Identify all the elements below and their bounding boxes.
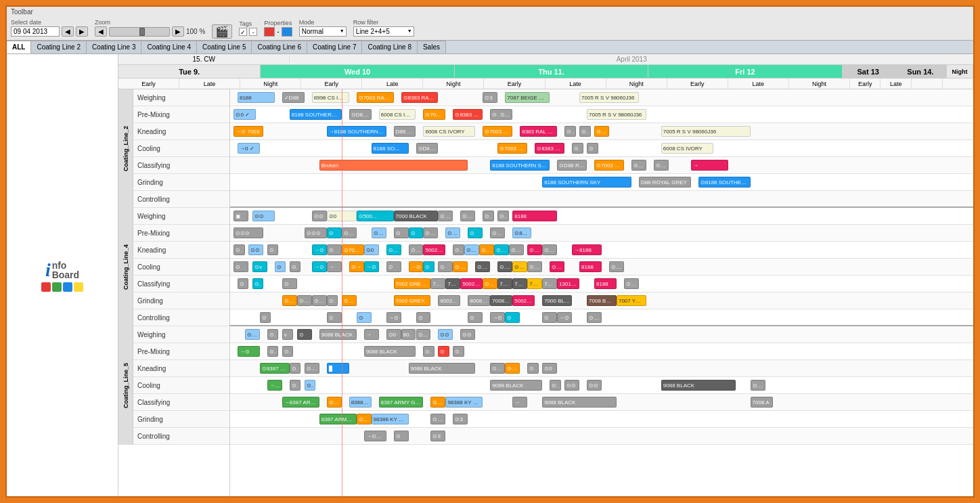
- bar-co5-sm2[interactable]: ⊙⊙: [587, 380, 602, 391]
- tab-coating-line-6[interactable]: Coating Line 6: [252, 41, 307, 53]
- bar-kn4-1[interactable]: ⊙: [327, 244, 342, 255]
- bar-8998-cs-w[interactable]: 8998 CS IVORY: [312, 92, 349, 103]
- bar-w4-500[interactable]: ⊙500...: [357, 211, 394, 221]
- bar-co4-oa2[interactable]: →⊙: [409, 261, 424, 272]
- bar-cl-d88royal[interactable]: ⊙D88 ROYAL GREY: [557, 160, 587, 171]
- bar-cls5-8387army[interactable]: →8387 ARMY...: [282, 397, 319, 408]
- zoom-out-btn[interactable]: ◀: [95, 26, 107, 37]
- bar-cls4-8303r[interactable]: ⊙8303: [624, 278, 639, 289]
- tab-coating-line-8[interactable]: Coating Line 8: [362, 41, 418, 53]
- bar-co4-arr[interactable]: →: [327, 261, 342, 272]
- bar-gr5-98388ky[interactable]: 98388 KY BLUE: [372, 414, 409, 424]
- bar-kn5-9008[interactable]: ⊙9008...: [490, 363, 505, 374]
- bar-co5-33[interactable]: →⊙3...: [267, 380, 282, 391]
- bar-ct4-sm4[interactable]: ⊙: [416, 312, 431, 323]
- mode-dropdown[interactable]: Normal: [299, 26, 347, 37]
- bar-co4-sm2[interactable]: ⊙: [275, 261, 286, 272]
- bar-7087-w[interactable]: 7087 BEIGE BASE: [505, 92, 550, 103]
- bar-gr4-7008brown[interactable]: 7008 BROWN: [587, 295, 617, 306]
- bar-cls5-700[interactable]: ⊙700...: [430, 397, 445, 408]
- date-nav-next[interactable]: ▶: [76, 26, 88, 37]
- bar-cls5-8388k[interactable]: 8388 K...: [349, 397, 372, 408]
- bar-gr4-338[interactable]: ⊙338...: [342, 295, 357, 306]
- bar-pm4-00[interactable]: ⊙0...: [372, 227, 386, 238]
- bar-7003-ral-w[interactable]: ⊙7003 RAL...: [357, 92, 394, 103]
- bar-co-8188so[interactable]: 8188 SO...: [372, 143, 409, 154]
- bar-kn4-5002[interactable]: 5002 31...: [423, 244, 445, 255]
- bar-cls4-7008b[interactable]: 7008...: [445, 278, 460, 289]
- bar-gr5-8387armygreen[interactable]: 8387 ARMY GREEN: [319, 414, 357, 424]
- bar-kn4-00b[interactable]: ⊙00...: [409, 244, 424, 255]
- bar-kn5-sm[interactable]: ⊙: [527, 363, 538, 374]
- bar-pm-7003r[interactable]: ⊙7003 R...: [423, 109, 445, 120]
- bar-co4-10[interactable]: ⊙10: [290, 261, 300, 272]
- bar-cls5-arr[interactable]: →: [512, 397, 527, 408]
- row-filter-dropdown[interactable]: Line 2+4+5: [353, 26, 414, 37]
- bar-co4-sm4[interactable]: ⊙: [438, 261, 453, 272]
- bar-w4-3b[interactable]: ⊙3...: [497, 211, 508, 221]
- bar-kn-2[interactable]: ⊙2...: [564, 126, 575, 137]
- bar-kn-d88royal[interactable]: D88 ROYAL...: [394, 126, 416, 137]
- bar-w4-70[interactable]: ⊙⊙: [312, 211, 327, 221]
- bar-co4-7007y[interactable]: ⊙7007 Y...: [512, 261, 527, 272]
- bar-cl-7003kaolin[interactable]: ⊙7003 KAOLIN: [594, 160, 624, 171]
- bar-cls4-7000bla2[interactable]: 7000 BLA...: [497, 278, 512, 289]
- bar-w4-icon[interactable]: ▣: [233, 211, 248, 221]
- bar-co-d88[interactable]: ⊙D88...: [416, 143, 439, 154]
- bar-kn-7003[interactable]: →⊙ 7003: [233, 126, 263, 137]
- tab-coating-line-2[interactable]: Coating Line 2: [31, 41, 87, 53]
- bar-pm-8383ral[interactable]: ⊙8383 RAL...: [453, 109, 483, 120]
- bar-co5-0b[interactable]: ⊙0: [550, 380, 560, 391]
- bar-gr5-700[interactable]: ⊙700...: [357, 414, 372, 424]
- bar-pm5-red[interactable]: ⊙: [438, 346, 449, 357]
- bar-ct5-38[interactable]: →⊙38...: [364, 431, 386, 441]
- bar-kn-7005rsv[interactable]: 7005 R S V 98060J36: [661, 126, 751, 137]
- bar-pm4-40[interactable]: ⊙0...: [445, 227, 460, 238]
- bar-co4-7000bla[interactable]: ⊙7000 BLA...: [475, 261, 490, 272]
- bar-gr4-7008tg[interactable]: 7008 T G 9...: [490, 295, 512, 306]
- bar-co5-0[interactable]: ⊙0: [290, 380, 300, 391]
- bar-w5-sm1[interactable]: ⊙⊙: [438, 329, 453, 340]
- bar-cl-302[interactable]: ⊙302...: [654, 160, 669, 171]
- bar-kn4-cx[interactable]: →⊙: [312, 244, 327, 255]
- bar-pm4-cyan2[interactable]: ⊙: [409, 227, 424, 238]
- bar-ct4-sm7[interactable]: ⊙: [542, 312, 557, 323]
- tab-coating-line-5[interactable]: Coating Line 5: [197, 41, 252, 53]
- bar-ct5-3[interactable]: ⊙3: [430, 431, 445, 441]
- bar-gr-8188sou[interactable]: ⊙8188 SOUTHER...: [698, 177, 751, 188]
- bar-pm4-sm3[interactable]: ⊙: [394, 227, 409, 238]
- bar-kn4-700[interactable]: ⊙700...: [386, 244, 401, 255]
- bar-kn-3[interactable]: ⊙3...: [579, 126, 590, 137]
- bar-co4-sm3[interactable]: ⊙: [386, 261, 401, 272]
- bar-cls5-7[interactable]: ⊙7...: [327, 397, 342, 408]
- bar-pm4-sm[interactable]: ⊙⊙⊙: [305, 227, 327, 238]
- bar-ct4-c1[interactable]: ⊙: [505, 312, 520, 323]
- bar-cls4-8085po[interactable]: ⊙8085 PO...: [483, 278, 497, 289]
- bar-ct5-sm[interactable]: ⊙: [394, 431, 409, 441]
- bar-co4-c3[interactable]: →⊙: [364, 261, 379, 272]
- bar-pm4-sm5[interactable]: ⊙⊙...: [490, 227, 505, 238]
- bar-pm4-8[interactable]: ⊙8...: [512, 227, 531, 238]
- bar-kn5-0[interactable]: ⊙0: [542, 363, 557, 374]
- bar-co4-oa[interactable]: ⊙→: [349, 261, 364, 272]
- bar-co5-sm[interactable]: ⊙⊙: [564, 380, 579, 391]
- bar-pm4-sm4[interactable]: ⊙0...: [423, 227, 438, 238]
- bar-pm-7005rsv[interactable]: 7005 R S V 98060J36: [587, 109, 646, 120]
- bar-kn-7003ral[interactable]: ⊙7003 RAL 7032: [483, 126, 512, 137]
- bar-kn4-tri[interactable]: ⊙⊙: [453, 244, 464, 255]
- bar-gr4-09[interactable]: ⊙09...: [312, 295, 327, 306]
- bar-cls5-8387armygreen[interactable]: 8387 ARMY GREEN: [379, 397, 424, 408]
- bar-7005-rsv-w[interactable]: 7005 R S V 98060J36: [579, 92, 639, 103]
- bar-co4-7001gr[interactable]: ⊙7001 GR...: [527, 261, 542, 272]
- bar-w5-80b[interactable]: ⊙80...: [416, 329, 431, 340]
- bar-w4-70b[interactable]: ⊙70...: [460, 211, 475, 221]
- bar-gr-8188sky[interactable]: 8188 SOUTHERN SKY: [542, 177, 631, 188]
- bar-ct4-sm5[interactable]: ⊙: [468, 312, 483, 323]
- tab-all[interactable]: ALL: [7, 41, 31, 53]
- bar-kn4-8188[interactable]: →8188: [572, 244, 602, 255]
- bar-kn4-700c[interactable]: ⊙700...: [464, 244, 479, 255]
- bar-gr4-5002pn[interactable]: 5002 3120082-PN/3: [512, 295, 535, 306]
- bar-ct4-sm[interactable]: ⊙: [260, 312, 271, 323]
- bar-co4-8303[interactable]: ⊙8303: [609, 261, 624, 272]
- prop-color-red[interactable]: [264, 27, 275, 37]
